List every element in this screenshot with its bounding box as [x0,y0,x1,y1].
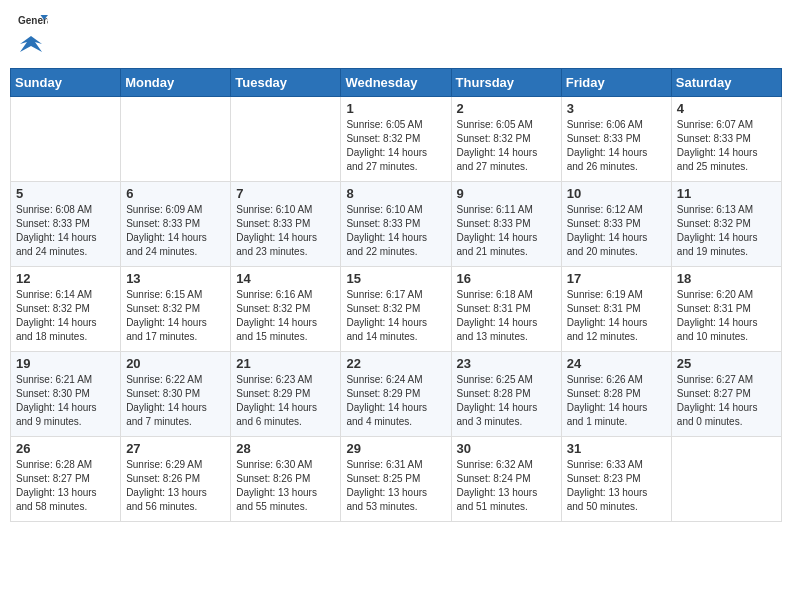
day-info: Sunrise: 6:07 AM Sunset: 8:33 PM Dayligh… [677,118,776,174]
day-info: Sunrise: 6:26 AM Sunset: 8:28 PM Dayligh… [567,373,666,429]
calendar-cell [231,97,341,182]
day-number: 20 [126,356,225,371]
day-number: 27 [126,441,225,456]
day-number: 15 [346,271,445,286]
calendar-cell: 13Sunrise: 6:15 AM Sunset: 8:32 PM Dayli… [121,267,231,352]
calendar-header-row: SundayMondayTuesdayWednesdayThursdayFrid… [11,69,782,97]
weekday-header-tuesday: Tuesday [231,69,341,97]
day-info: Sunrise: 6:11 AM Sunset: 8:33 PM Dayligh… [457,203,556,259]
calendar-cell: 24Sunrise: 6:26 AM Sunset: 8:28 PM Dayli… [561,352,671,437]
day-info: Sunrise: 6:25 AM Sunset: 8:28 PM Dayligh… [457,373,556,429]
day-info: Sunrise: 6:13 AM Sunset: 8:32 PM Dayligh… [677,203,776,259]
calendar-cell: 6Sunrise: 6:09 AM Sunset: 8:33 PM Daylig… [121,182,231,267]
page-header: General [10,10,782,60]
day-number: 8 [346,186,445,201]
day-number: 28 [236,441,335,456]
day-number: 24 [567,356,666,371]
calendar-cell: 31Sunrise: 6:33 AM Sunset: 8:23 PM Dayli… [561,437,671,522]
calendar-cell: 28Sunrise: 6:30 AM Sunset: 8:26 PM Dayli… [231,437,341,522]
logo-icon: General [18,14,48,32]
day-number: 7 [236,186,335,201]
day-number: 16 [457,271,556,286]
calendar-cell: 29Sunrise: 6:31 AM Sunset: 8:25 PM Dayli… [341,437,451,522]
day-info: Sunrise: 6:27 AM Sunset: 8:27 PM Dayligh… [677,373,776,429]
day-info: Sunrise: 6:16 AM Sunset: 8:32 PM Dayligh… [236,288,335,344]
day-info: Sunrise: 6:29 AM Sunset: 8:26 PM Dayligh… [126,458,225,514]
day-info: Sunrise: 6:10 AM Sunset: 8:33 PM Dayligh… [236,203,335,259]
calendar-cell: 22Sunrise: 6:24 AM Sunset: 8:29 PM Dayli… [341,352,451,437]
calendar-cell: 9Sunrise: 6:11 AM Sunset: 8:33 PM Daylig… [451,182,561,267]
day-info: Sunrise: 6:12 AM Sunset: 8:33 PM Dayligh… [567,203,666,259]
day-info: Sunrise: 6:18 AM Sunset: 8:31 PM Dayligh… [457,288,556,344]
weekday-header-wednesday: Wednesday [341,69,451,97]
day-number: 11 [677,186,776,201]
calendar-cell: 20Sunrise: 6:22 AM Sunset: 8:30 PM Dayli… [121,352,231,437]
day-number: 10 [567,186,666,201]
calendar-cell: 14Sunrise: 6:16 AM Sunset: 8:32 PM Dayli… [231,267,341,352]
day-info: Sunrise: 6:32 AM Sunset: 8:24 PM Dayligh… [457,458,556,514]
day-number: 19 [16,356,115,371]
day-info: Sunrise: 6:05 AM Sunset: 8:32 PM Dayligh… [346,118,445,174]
day-number: 1 [346,101,445,116]
calendar-cell: 27Sunrise: 6:29 AM Sunset: 8:26 PM Dayli… [121,437,231,522]
calendar-week-row: 12Sunrise: 6:14 AM Sunset: 8:32 PM Dayli… [11,267,782,352]
day-info: Sunrise: 6:24 AM Sunset: 8:29 PM Dayligh… [346,373,445,429]
calendar-cell: 11Sunrise: 6:13 AM Sunset: 8:32 PM Dayli… [671,182,781,267]
day-info: Sunrise: 6:33 AM Sunset: 8:23 PM Dayligh… [567,458,666,514]
day-number: 18 [677,271,776,286]
calendar-week-row: 5Sunrise: 6:08 AM Sunset: 8:33 PM Daylig… [11,182,782,267]
calendar-cell: 17Sunrise: 6:19 AM Sunset: 8:31 PM Dayli… [561,267,671,352]
day-info: Sunrise: 6:14 AM Sunset: 8:32 PM Dayligh… [16,288,115,344]
day-number: 4 [677,101,776,116]
day-info: Sunrise: 6:30 AM Sunset: 8:26 PM Dayligh… [236,458,335,514]
day-number: 6 [126,186,225,201]
calendar-cell: 2Sunrise: 6:05 AM Sunset: 8:32 PM Daylig… [451,97,561,182]
day-info: Sunrise: 6:21 AM Sunset: 8:30 PM Dayligh… [16,373,115,429]
calendar-cell [11,97,121,182]
calendar-cell: 23Sunrise: 6:25 AM Sunset: 8:28 PM Dayli… [451,352,561,437]
calendar-cell: 19Sunrise: 6:21 AM Sunset: 8:30 PM Dayli… [11,352,121,437]
calendar-cell: 15Sunrise: 6:17 AM Sunset: 8:32 PM Dayli… [341,267,451,352]
logo-bird-icon [20,34,42,56]
day-info: Sunrise: 6:06 AM Sunset: 8:33 PM Dayligh… [567,118,666,174]
day-number: 2 [457,101,556,116]
day-info: Sunrise: 6:17 AM Sunset: 8:32 PM Dayligh… [346,288,445,344]
calendar-week-row: 1Sunrise: 6:05 AM Sunset: 8:32 PM Daylig… [11,97,782,182]
calendar-cell [121,97,231,182]
day-number: 21 [236,356,335,371]
calendar-cell: 12Sunrise: 6:14 AM Sunset: 8:32 PM Dayli… [11,267,121,352]
day-number: 23 [457,356,556,371]
calendar-week-row: 19Sunrise: 6:21 AM Sunset: 8:30 PM Dayli… [11,352,782,437]
day-info: Sunrise: 6:19 AM Sunset: 8:31 PM Dayligh… [567,288,666,344]
day-number: 14 [236,271,335,286]
calendar-cell [671,437,781,522]
logo: General [18,14,48,56]
day-number: 26 [16,441,115,456]
day-number: 17 [567,271,666,286]
weekday-header-monday: Monday [121,69,231,97]
day-info: Sunrise: 6:31 AM Sunset: 8:25 PM Dayligh… [346,458,445,514]
svg-marker-2 [20,36,42,52]
calendar-cell: 18Sunrise: 6:20 AM Sunset: 8:31 PM Dayli… [671,267,781,352]
day-number: 25 [677,356,776,371]
calendar-cell: 5Sunrise: 6:08 AM Sunset: 8:33 PM Daylig… [11,182,121,267]
day-info: Sunrise: 6:20 AM Sunset: 8:31 PM Dayligh… [677,288,776,344]
day-number: 13 [126,271,225,286]
calendar-cell: 30Sunrise: 6:32 AM Sunset: 8:24 PM Dayli… [451,437,561,522]
calendar-cell: 8Sunrise: 6:10 AM Sunset: 8:33 PM Daylig… [341,182,451,267]
day-number: 30 [457,441,556,456]
calendar-cell: 25Sunrise: 6:27 AM Sunset: 8:27 PM Dayli… [671,352,781,437]
day-number: 31 [567,441,666,456]
day-info: Sunrise: 6:05 AM Sunset: 8:32 PM Dayligh… [457,118,556,174]
calendar-week-row: 26Sunrise: 6:28 AM Sunset: 8:27 PM Dayli… [11,437,782,522]
day-number: 9 [457,186,556,201]
calendar-table: SundayMondayTuesdayWednesdayThursdayFrid… [10,68,782,522]
weekday-header-saturday: Saturday [671,69,781,97]
day-info: Sunrise: 6:28 AM Sunset: 8:27 PM Dayligh… [16,458,115,514]
day-info: Sunrise: 6:22 AM Sunset: 8:30 PM Dayligh… [126,373,225,429]
calendar-cell: 1Sunrise: 6:05 AM Sunset: 8:32 PM Daylig… [341,97,451,182]
calendar-cell: 4Sunrise: 6:07 AM Sunset: 8:33 PM Daylig… [671,97,781,182]
day-number: 29 [346,441,445,456]
calendar-cell: 10Sunrise: 6:12 AM Sunset: 8:33 PM Dayli… [561,182,671,267]
day-number: 5 [16,186,115,201]
